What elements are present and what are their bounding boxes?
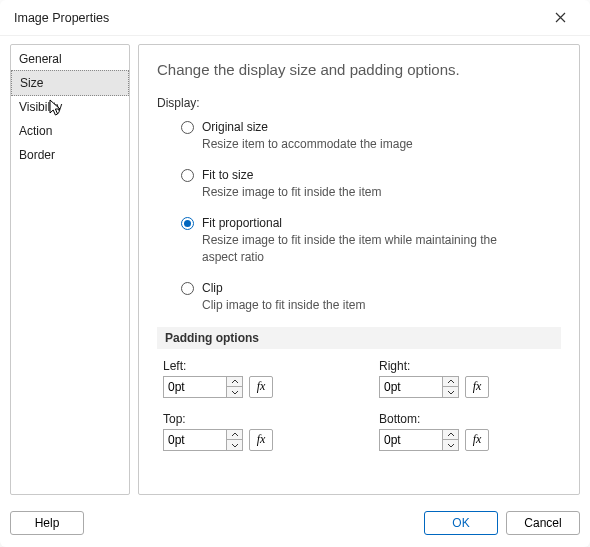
padding-top-label: Top: [163, 412, 339, 426]
expression-button[interactable]: fx [465, 429, 489, 451]
chevron-up-icon [447, 432, 455, 437]
chevron-down-icon [231, 390, 239, 395]
expression-button[interactable]: fx [249, 429, 273, 451]
sidebar-item-border[interactable]: Border [11, 143, 129, 167]
radio-label[interactable]: Fit to size [202, 168, 381, 182]
radio-row-fit: Fit to size Resize image to fit inside t… [181, 168, 561, 200]
padding-left-label: Left: [163, 359, 339, 373]
radio-description: Resize image to fit inside the item [202, 184, 381, 200]
spin-up-button[interactable] [227, 430, 242, 441]
padding-left-field: Left: fx [163, 359, 339, 398]
dialog-window: Image Properties General Size Visibility… [0, 0, 590, 547]
expression-button[interactable]: fx [465, 376, 489, 398]
dialog-body: General Size Visibility Action Border Ch… [0, 36, 590, 503]
sidebar-item-label: General [19, 52, 62, 66]
spin-down-button[interactable] [227, 387, 242, 397]
sidebar-item-visibility[interactable]: Visibility [11, 95, 129, 119]
content-pane: Change the display size and padding opti… [138, 44, 580, 495]
chevron-down-icon [447, 443, 455, 448]
radio-description: Resize item to accommodate the image [202, 136, 413, 152]
padding-left-input[interactable] [164, 377, 226, 397]
radio-fit-proportional[interactable] [181, 217, 194, 230]
radio-row-original: Original size Resize item to accommodate… [181, 120, 561, 152]
padding-section-header: Padding options [157, 327, 561, 349]
sidebar-item-label: Size [20, 76, 43, 90]
help-button[interactable]: Help [10, 511, 84, 535]
radio-label[interactable]: Clip [202, 281, 365, 295]
sidebar-item-label: Action [19, 124, 52, 138]
padding-right-label: Right: [379, 359, 555, 373]
radio-label[interactable]: Fit proportional [202, 216, 532, 230]
category-sidebar: General Size Visibility Action Border [10, 44, 130, 495]
close-button[interactable] [540, 4, 580, 32]
cancel-button[interactable]: Cancel [506, 511, 580, 535]
display-section-label: Display: [157, 96, 561, 110]
padding-bottom-field: Bottom: fx [379, 412, 555, 451]
radio-clip[interactable] [181, 282, 194, 295]
dialog-footer: Help OK Cancel [0, 503, 590, 547]
spin-up-button[interactable] [443, 377, 458, 388]
radio-label[interactable]: Original size [202, 120, 413, 134]
sidebar-item-size[interactable]: Size [11, 70, 129, 96]
radio-fit-to-size[interactable] [181, 169, 194, 182]
radio-description: Clip image to fit inside the item [202, 297, 365, 313]
sidebar-item-general[interactable]: General [11, 47, 129, 71]
radio-row-clip: Clip Clip image to fit inside the item [181, 281, 561, 313]
padding-top-spinbox [163, 429, 243, 451]
chevron-up-icon [447, 379, 455, 384]
window-title: Image Properties [14, 11, 109, 25]
chevron-down-icon [231, 443, 239, 448]
close-icon [555, 12, 566, 23]
padding-top-input[interactable] [164, 430, 226, 450]
page-heading: Change the display size and padding opti… [157, 61, 561, 78]
sidebar-item-label: Border [19, 148, 55, 162]
padding-grid: Left: fx Right: [157, 359, 561, 451]
spin-up-button[interactable] [227, 377, 242, 388]
spin-down-button[interactable] [443, 387, 458, 397]
spin-down-button[interactable] [227, 440, 242, 450]
padding-bottom-spinbox [379, 429, 459, 451]
padding-left-spinbox [163, 376, 243, 398]
sidebar-item-action[interactable]: Action [11, 119, 129, 143]
padding-bottom-input[interactable] [380, 430, 442, 450]
ok-button[interactable]: OK [424, 511, 498, 535]
chevron-up-icon [231, 432, 239, 437]
padding-bottom-label: Bottom: [379, 412, 555, 426]
spin-down-button[interactable] [443, 440, 458, 450]
radio-row-proportional: Fit proportional Resize image to fit ins… [181, 216, 561, 264]
radio-original-size[interactable] [181, 121, 194, 134]
display-radio-group: Original size Resize item to accommodate… [157, 120, 561, 313]
chevron-up-icon [231, 379, 239, 384]
padding-right-spinbox [379, 376, 459, 398]
chevron-down-icon [447, 390, 455, 395]
padding-right-field: Right: fx [379, 359, 555, 398]
padding-right-input[interactable] [380, 377, 442, 397]
title-bar: Image Properties [0, 0, 590, 36]
expression-button[interactable]: fx [249, 376, 273, 398]
spin-up-button[interactable] [443, 430, 458, 441]
sidebar-item-label: Visibility [19, 100, 62, 114]
padding-top-field: Top: fx [163, 412, 339, 451]
radio-description: Resize image to fit inside the item whil… [202, 232, 532, 264]
